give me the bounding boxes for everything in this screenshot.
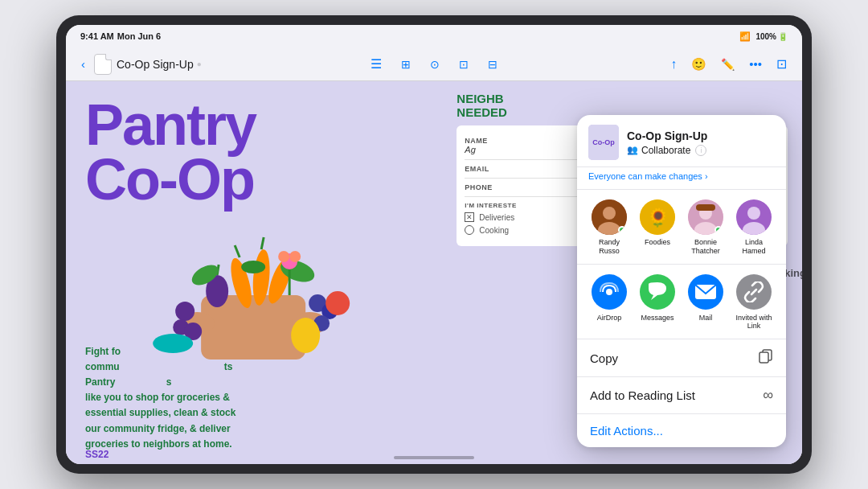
toolbar: ‹ Co-Op Sign-Up ● ☰ ⊞ ⊙ ⊡ ⊟ ↑ 🙂 ✏️ ••• ⊡ [66, 47, 802, 81]
avatar-item-foodies[interactable]: 🌻 Foodies [637, 199, 678, 247]
reading-partial-text: king [784, 267, 802, 279]
status-left: 9:41 AM Mon Jun 6 [80, 31, 161, 41]
home-indicator [394, 456, 474, 459]
wifi-icon: 📶 [739, 31, 751, 42]
permissions-link[interactable]: Everyone can make changes [577, 167, 786, 190]
flyer-main-title: Pantry Co-Op [85, 97, 432, 208]
emoji-button[interactable]: 🙂 [687, 55, 710, 74]
svg-text:🌻: 🌻 [647, 207, 669, 228]
avatar-foodies: 🌻 [640, 199, 675, 235]
battery-display: 100% 🔋 [755, 32, 788, 41]
copy-menu-item[interactable]: Copy [577, 339, 786, 377]
share-button[interactable]: ↑ [666, 55, 681, 74]
copy-icon [759, 349, 773, 367]
actions-row: AirDrop Messages [577, 265, 786, 340]
action-mail[interactable]: Mail [685, 274, 727, 323]
svg-point-24 [289, 251, 301, 262]
svg-rect-43 [760, 352, 768, 363]
svg-point-38 [747, 207, 760, 220]
flyer-bottom-text: Fight focommu ..........................… [85, 344, 440, 452]
avatar-item-randy[interactable]: RandyRusso [588, 199, 630, 256]
info-dot[interactable]: i [695, 145, 706, 156]
edit-actions-menu-item[interactable]: Edit Actions... [577, 414, 786, 447]
avatar-name-randy: RandyRusso [599, 238, 620, 256]
messages-label: Messages [641, 314, 674, 323]
status-bar: 9:41 AM Mon Jun 6 📶 100% 🔋 [66, 25, 802, 47]
mail-label: Mail [699, 314, 713, 323]
mail-icon [688, 274, 723, 310]
flyer-body-text: Fight focommu ..........................… [85, 344, 440, 452]
avatar-name-foodies: Foodies [645, 238, 670, 247]
checkbox-checked-icon: ✕ [465, 212, 474, 222]
time-display: 9:41 AM [80, 31, 114, 41]
popover-doc-title: Co-Op Sign-Up [627, 129, 775, 142]
airdrop-icon [592, 274, 627, 310]
toolbar-center-icons: ☰ ⊞ ⊙ ⊡ ⊟ [208, 54, 660, 74]
ss22-label: SS22 [85, 446, 108, 461]
date-display: Mon Jun 6 [117, 31, 161, 41]
sidebar-toggle-button[interactable]: ⊡ [772, 54, 791, 74]
reading-list-icon: ∞ [763, 387, 773, 404]
online-dot-bonnie [714, 226, 723, 234]
toolbar-title: Co-Op Sign-Up ● [117, 58, 202, 71]
toolbar-nav: ‹ Co-Op Sign-Up ● [77, 54, 202, 75]
online-dot [618, 226, 626, 234]
svg-point-40 [606, 289, 612, 295]
avatar-item-linda[interactable]: LindaHamed [733, 199, 775, 256]
link-label: Invited withLink [735, 314, 772, 331]
avatar-linda [736, 199, 772, 235]
messages-icon [640, 274, 675, 310]
reading-list-menu-item[interactable]: Add to Reading List ∞ [577, 377, 786, 414]
avatar-item-bonnie[interactable]: BonnieThatcher [685, 199, 727, 256]
airdrop-label: AirDrop [597, 314, 622, 323]
svg-point-23 [278, 251, 289, 262]
svg-point-19 [326, 291, 350, 315]
popover-doc-thumbnail: Co-Op [588, 125, 619, 160]
toolbar-right: ↑ 🙂 ✏️ ••• ⊡ [666, 54, 791, 74]
ipad-screen: 9:41 AM Mon Jun 6 📶 100% 🔋 ‹ Co-Op Sign-… [66, 25, 802, 464]
status-right: 📶 100% 🔋 [739, 31, 788, 42]
link-icon [736, 274, 772, 310]
doc-icon [94, 54, 112, 75]
grid-view-button[interactable]: ⊞ [397, 55, 415, 73]
ipad-device: 9:41 AM Mon Jun 6 📶 100% 🔋 ‹ Co-Op Sign-… [56, 15, 812, 474]
share-popover: Co-Op Co-Op Sign-Up 👥 Collaborate i [577, 115, 786, 447]
title-lock-icon: ● [197, 60, 202, 68]
svg-point-12 [175, 302, 194, 321]
avatar-randy [592, 199, 627, 235]
flyer-left: Pantry Co-Op [66, 81, 448, 464]
collaborate-label: Collaborate [641, 145, 690, 156]
avatar-name-linda: LindaHamed [742, 238, 765, 256]
history-button[interactable]: ⊙ [426, 55, 444, 73]
action-messages[interactable]: Messages [637, 274, 678, 323]
list-view-button[interactable]: ☰ [366, 54, 386, 74]
copy2-button[interactable]: ⊡ [455, 55, 473, 73]
svg-line-4 [235, 245, 240, 257]
svg-point-20 [241, 261, 265, 273]
pencil-button[interactable]: ✏️ [717, 55, 739, 73]
media-button[interactable]: ⊟ [484, 55, 502, 73]
action-airdrop[interactable]: AirDrop [588, 274, 630, 323]
main-content: Pantry Co-Op [66, 81, 802, 464]
svg-text:Co-Op: Co-Op [592, 138, 615, 146]
svg-point-29 [603, 207, 616, 220]
action-link[interactable]: Invited withLink [733, 274, 775, 331]
popover-header: Co-Op Co-Op Sign-Up 👥 Collaborate i [577, 115, 786, 167]
more-button[interactable]: ••• [745, 55, 766, 73]
popover-title-group: Co-Op Sign-Up 👥 Collaborate i [627, 129, 775, 156]
avatar-name-bonnie: BonnieThatcher [691, 238, 720, 256]
back-button[interactable]: ‹ [77, 55, 89, 73]
avatars-row: RandyRusso 🌻 Foodies [577, 190, 786, 265]
avatar-bonnie [688, 199, 723, 235]
collaborate-row: 👥 Collaborate i [627, 145, 775, 156]
svg-line-6 [261, 237, 264, 249]
people-icon: 👥 [627, 145, 638, 155]
checkbox-unchecked-icon [465, 225, 474, 235]
svg-rect-36 [696, 204, 715, 211]
